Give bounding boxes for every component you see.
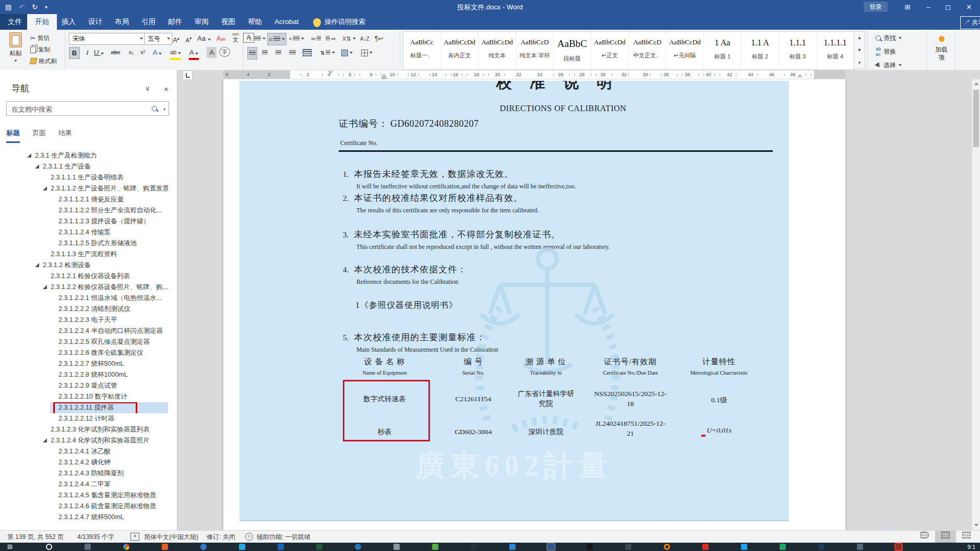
- restore-button[interactable]: ◻: [939, 0, 957, 14]
- ribbon-tab-插入[interactable]: 插入: [54, 14, 83, 30]
- page-indicator[interactable]: 第 139 页, 共 552 页: [7, 533, 64, 542]
- app-steel[interactable]: [857, 544, 863, 550]
- style-item[interactable]: 1.1.1标题 3: [779, 32, 817, 69]
- nav-close-icon[interactable]: ×: [164, 85, 169, 93]
- style-item[interactable]: AaBbCcD中文正文、: [629, 32, 666, 69]
- line-spacing-button[interactable]: ⇅: [319, 47, 336, 58]
- tab-selector[interactable]: [183, 70, 193, 80]
- app-black[interactable]: [587, 544, 593, 550]
- nav-heading-item[interactable]: 2.3.1.2.4.4 二甲苯: [50, 479, 168, 490]
- app-chrome[interactable]: [123, 544, 129, 550]
- font-color-button[interactable]: A: [189, 47, 199, 60]
- nav-tab-结果[interactable]: 结果: [58, 128, 72, 138]
- nav-heading-item[interactable]: 2.3.1.1.1 生产设备明细表: [42, 172, 168, 183]
- nav-heading-item[interactable]: 2.3.1.2.4 化学试剂和实验器皿照片: [42, 435, 168, 446]
- numbering-button[interactable]: 1⁝: [267, 33, 286, 45]
- nav-heading-item[interactable]: 2.3.1.2.2.4 半自动闭口杯闪点测定器: [50, 326, 168, 337]
- superscript-button[interactable]: x²: [138, 47, 148, 58]
- nav-heading-item[interactable]: 2.3.1.2.2.7 烧杯500mL: [50, 358, 168, 369]
- ribbon-tab-审阅[interactable]: 审阅: [187, 14, 217, 30]
- nav-heading-item[interactable]: 2.3.1.2.2.6 微库仑硫氯测定仪: [50, 348, 168, 358]
- show-marks-button[interactable]: ¶↩: [374, 33, 385, 44]
- sign-in-button[interactable]: 登录: [864, 2, 888, 12]
- asian-layout-button[interactable]: X⇅: [341, 33, 357, 44]
- nav-heading-item[interactable]: 2.3.1.2.1 检验仪器设备列表: [42, 271, 168, 282]
- borders-button[interactable]: [360, 47, 374, 58]
- app-navy[interactable]: [818, 544, 824, 550]
- increase-indent-button[interactable]: ⇨: [325, 33, 337, 44]
- nav-heading-item[interactable]: 2.3.1.1.2 生产设备照片、铭牌、购置发票: [42, 183, 168, 194]
- nav-heading-item[interactable]: 2.3.1.2.4.5 氯含量测定用标准物质: [50, 490, 168, 501]
- clear-formatting-button[interactable]: A: [216, 33, 226, 44]
- app-redframe[interactable]: [895, 544, 902, 550]
- style-item[interactable]: AaBbCcDd↵正文: [591, 32, 629, 69]
- nav-heading-item[interactable]: 2.3.1.1.2.4 传输泵: [50, 227, 168, 238]
- nav-heading-item[interactable]: 2.3.1.2.4.2 碘化钾: [50, 457, 168, 468]
- font-name-combo[interactable]: 宋体: [69, 33, 145, 45]
- vertical-scrollbar[interactable]: [972, 79, 980, 530]
- highlight-color-button[interactable]: ab: [170, 47, 181, 60]
- subscript-button[interactable]: x₂: [126, 47, 136, 58]
- app-darkgreen[interactable]: [316, 544, 322, 550]
- nav-heading-item[interactable]: 2.3.1.2.2.10 数字粘度计: [50, 391, 168, 402]
- bullets-button[interactable]: ⋮: [247, 33, 267, 44]
- scrollbar-thumb[interactable]: [973, 90, 979, 147]
- nav-heading-item[interactable]: 2.3.1.2.2.2 清蜡剂测试仪: [50, 304, 168, 315]
- style-item[interactable]: AaBbCcD纯文本 字符: [516, 32, 554, 69]
- app-dark[interactable]: [471, 544, 477, 550]
- app-orange[interactable]: [162, 544, 168, 550]
- ribbon-tab-引用[interactable]: 引用: [134, 14, 163, 30]
- print-layout-button[interactable]: [935, 531, 956, 543]
- style-item[interactable]: AaBbCcDd纯文本: [479, 32, 516, 69]
- nav-heading-item[interactable]: 2.3.1.2.2.11 搅拌器: [50, 402, 168, 413]
- bold-button[interactable]: B: [69, 47, 80, 59]
- nav-heading-item[interactable]: 2.3.1.1 生产设备: [34, 161, 168, 172]
- read-mode-button[interactable]: [914, 531, 935, 543]
- app-blue2[interactable]: [509, 544, 516, 550]
- word-count[interactable]: 4/13935 个字: [77, 533, 114, 542]
- ribbon-tab-布局[interactable]: 布局: [107, 14, 137, 30]
- nav-heading-item[interactable]: 2.3.1.2.2.9 凝点试管: [50, 380, 168, 391]
- replace-button[interactable]: abac替换: [876, 46, 896, 57]
- nav-tab-标题[interactable]: 标题: [6, 128, 20, 143]
- proofing-icon[interactable]: ✕: [130, 533, 139, 541]
- select-button[interactable]: 选择: [876, 60, 902, 70]
- app-lightblue[interactable]: [741, 544, 747, 550]
- shading-button[interactable]: [340, 47, 354, 58]
- nav-tab-页面[interactable]: 页面: [32, 128, 46, 138]
- expand-arrow-icon[interactable]: [43, 285, 47, 289]
- close-button[interactable]: ✕: [960, 0, 978, 14]
- addins-button[interactable]: 加载项: [930, 36, 953, 62]
- nav-heading-item[interactable]: 2.3.1.2.3 化学试剂和实验器皿列表: [42, 424, 168, 435]
- nav-heading-item[interactable]: 2.3.1.2.2.3 电子天平: [50, 315, 168, 326]
- change-case-button[interactable]: Aa: [197, 33, 211, 44]
- style-item[interactable]: AaBbCcDd表内正文: [441, 32, 479, 69]
- phonetic-guide-button[interactable]: wén文: [231, 32, 241, 43]
- cut-button[interactable]: ✂剪切: [30, 33, 50, 43]
- nav-search-dropdown-icon[interactable]: ▾: [163, 107, 165, 112]
- hanging-indent-marker[interactable]: [381, 74, 387, 77]
- nav-heading-item[interactable]: 2.3.1 生产及检测能力: [27, 150, 168, 161]
- app-word-active[interactable]: [548, 544, 554, 550]
- expand-arrow-icon[interactable]: [35, 164, 39, 169]
- ribbon-tab-开始[interactable]: 开始: [27, 14, 57, 30]
- nav-heading-item[interactable]: 2.3.1.2.4.3 防蜡降凝剂: [50, 468, 168, 479]
- app-slate[interactable]: [625, 544, 631, 550]
- search-icon[interactable]: [46, 544, 52, 550]
- taskbar-clock[interactable]: 9:1: [967, 544, 979, 550]
- tab-file[interactable]: 文件: [0, 14, 30, 30]
- minimize-button[interactable]: –: [919, 0, 937, 14]
- grow-font-button[interactable]: A▴: [171, 33, 181, 44]
- app-globe[interactable]: [355, 544, 361, 550]
- nav-heading-item[interactable]: 2.3.1.2.2.5 双孔倾点凝点测定器: [50, 337, 168, 348]
- document-canvas[interactable]: 校准说明 DIRECTIONS OF CALIBRATION 证书编号： GD6…: [177, 79, 972, 530]
- app-skyblue[interactable]: [239, 544, 245, 550]
- expand-arrow-icon[interactable]: [27, 153, 31, 158]
- app-gray[interactable]: [393, 544, 400, 550]
- nav-heading-item[interactable]: 2.3.1.2.2.12 计时器: [50, 413, 168, 424]
- nav-heading-item[interactable]: 2.3.1.1.3 生产流程资料: [42, 249, 168, 260]
- align-center-button[interactable]: [261, 47, 269, 58]
- nav-heading-item[interactable]: 2.3.1.1.2.3 搅拌设备（搅拌罐）: [50, 216, 168, 227]
- align-right-button[interactable]: [274, 47, 282, 58]
- nav-heading-item[interactable]: 2.3.1.2.2 检验仪器设备照片、铭牌、购...: [42, 282, 168, 293]
